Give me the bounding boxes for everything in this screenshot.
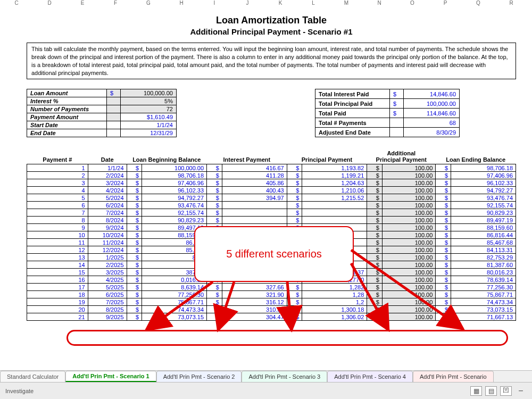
table-row[interactable]: 66/2024$93,476.74$$$100.00$92,155.74 [27,202,516,209]
cell-interest[interactable]: 400.43 [222,187,287,194]
cell-ending-balance[interactable]: 77,256.30 [451,284,516,291]
cell-interest[interactable]: 411.28 [222,172,287,179]
cell-date[interactable]: 6/2025 [88,291,127,298]
col-letter[interactable]: S [528,0,532,10]
cell-payment-num[interactable]: 5 [27,194,88,202]
col-letter[interactable]: C [0,0,33,10]
cell-date[interactable]: 6/2024 [88,202,127,209]
cell-ending-balance[interactable]: 71,667.13 [451,313,516,321]
cell-date[interactable]: 1/2025 [88,254,127,261]
cell-interest[interactable]: 405.86 [222,179,287,187]
table-row[interactable]: 44/2024$96,102.33$400.43$1,210.06$100.00… [27,187,516,194]
col-letter[interactable]: K [264,0,297,10]
table-row[interactable]: 55/2024$94,792.27$394.97$1,215.52$100.00… [27,194,516,202]
cell-payment-num[interactable]: 12 [27,246,88,254]
cell-additional-principal[interactable]: 100.00 [382,164,435,172]
cell-date[interactable]: 4/2024 [88,187,127,194]
table-row[interactable]: 11/1/24$100,000.00$416.67$1,193.82$100.0… [27,164,516,172]
cell-additional-principal[interactable]: 100.00 [382,202,435,209]
cell-interest[interactable]: 304.47 [222,313,287,321]
cell-interest[interactable]: 416.67 [222,164,287,172]
cell-principal[interactable] [302,209,367,217]
cell-ending-balance[interactable]: 82,753.29 [451,254,516,261]
cell-ending-balance[interactable]: 81,387.60 [451,261,516,269]
cell-payment-num[interactable]: 16 [27,276,88,284]
col-letter[interactable]: G [132,0,165,10]
cell-payment-num[interactable]: 2 [27,172,88,179]
col-letter[interactable]: N [363,0,396,10]
cell-ending-balance[interactable]: 75,867.71 [451,291,516,298]
view-page-layout-icon[interactable]: ▤ [485,386,497,396]
cell-beginning-balance[interactable]: 94,792.27 [142,194,207,202]
table-row[interactable]: 77/2024$92,155.74$$$100.00$90,829.23 [27,209,516,217]
tab-scenario-4[interactable]: Add'tl Prin Pmt - Scenario 4 [327,371,413,382]
cell-beginning-balance[interactable]: 75,867.71 [142,298,207,306]
cell-ending-balance[interactable]: 86,816.44 [451,231,516,239]
cell-additional-principal[interactable]: 100.00 [382,284,435,291]
cell-ending-balance[interactable]: 80,016.23 [451,269,516,276]
view-page-break-icon[interactable]: 凹 [500,386,512,396]
cell-interest[interactable] [222,202,287,209]
cell-date[interactable]: 8/2025 [88,306,127,313]
cell-ending-balance[interactable]: 78,639.14 [451,276,516,284]
cell-payment-num[interactable]: 20 [27,306,88,313]
cell-interest[interactable]: 327.66 [222,284,287,291]
cell-additional-principal[interactable]: 100.00 [382,276,435,284]
cell-beginning-balance[interactable]: 74,473.34 [142,306,207,313]
cell-principal[interactable]: 1,28 [302,291,367,298]
cell-beginning-balance[interactable]: 96,102.33 [142,187,207,194]
cell-date[interactable]: 7/2024 [88,209,127,217]
col-letter[interactable]: H [165,0,198,10]
cell-ending-balance[interactable]: 96,102.33 [451,179,516,187]
cell-date[interactable]: 2/2025 [88,261,127,269]
cell-beginning-balance[interactable]: 93,476.74 [142,202,207,209]
tab-scenario-2[interactable]: Add'tl Prin Pmt - Scenario 2 [156,371,242,382]
cell-ending-balance[interactable]: 89,497.19 [451,217,516,224]
cell-additional-principal[interactable]: 100.00 [382,306,435,313]
cell-payment-num[interactable]: 14 [27,261,88,269]
cell-principal[interactable]: 1,193.82 [302,164,367,172]
cell-date[interactable]: 2/2024 [88,172,127,179]
cell-payment-num[interactable]: 4 [27,187,88,194]
cell-beginning-balance[interactable]: 73,073.15 [142,313,207,321]
cell-date[interactable]: 3/2024 [88,179,127,187]
cell-payment-num[interactable]: 10 [27,231,88,239]
cell-additional-principal[interactable]: 100.00 [382,209,435,217]
cell-ending-balance[interactable]: 98,706.18 [451,164,516,172]
col-letter[interactable]: O [396,0,429,10]
cell-principal[interactable]: 1,2 [302,298,367,306]
cell-principal[interactable]: 1,204.63 [302,179,367,187]
cell-payment-num[interactable]: 11 [27,239,88,246]
num-payments-value[interactable]: 72 [121,105,177,113]
col-letter[interactable]: M [330,0,363,10]
cell-principal[interactable]: 1,199.21 [302,172,367,179]
cell-date[interactable]: 5/2024 [88,194,127,202]
cell-payment-num[interactable]: 15 [27,269,88,276]
cell-interest[interactable]: 316.12 [222,298,287,306]
loan-amount-value[interactable]: 100,000.00 [121,89,177,97]
cell-additional-principal[interactable]: 100.00 [382,261,435,269]
cell-ending-balance[interactable]: 97,406.96 [451,172,516,179]
start-date-value[interactable]: 1/1/24 [121,121,177,129]
cell-beginning-balance[interactable]: 92,155.74 [142,209,207,217]
cell-principal[interactable]: 1,306.02 [302,313,367,321]
cell-interest[interactable]: 321.90 [222,291,287,298]
col-letter[interactable]: L [297,0,330,10]
col-letter[interactable]: J [231,0,264,10]
cell-ending-balance[interactable]: 84,113.31 [451,246,516,254]
cell-beginning-balance[interactable]: 77,256.30 [142,291,207,298]
cell-ending-balance[interactable]: 90,829.23 [451,209,516,217]
col-letter[interactable]: E [66,0,99,10]
table-row[interactable]: 186/2025$77,256.30$321.90$1,28$100.00$75… [27,291,516,298]
cell-ending-balance[interactable]: 92,155.74 [451,202,516,209]
cell-additional-principal[interactable]: 100.00 [382,269,435,276]
interest-value[interactable]: 5% [121,97,177,105]
cell-payment-num[interactable]: 18 [27,291,88,298]
cell-principal[interactable]: 1,215.52 [302,194,367,202]
cell-principal[interactable]: 1,300.18 [302,306,367,313]
cell-interest[interactable]: 310.31 [222,306,287,313]
cell-additional-principal[interactable]: 100.00 [382,217,435,224]
cell-beginning-balance[interactable]: 90,829.23 [142,217,207,224]
cell-ending-balance[interactable]: 88,159.60 [451,224,516,231]
tab-standard-calculator[interactable]: Standard Calculator [0,371,65,382]
